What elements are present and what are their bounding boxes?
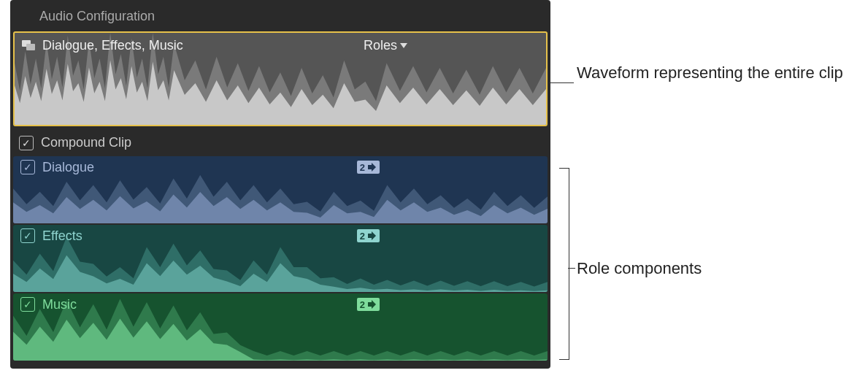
compound-clip-icon xyxy=(22,40,35,50)
channel-badge[interactable]: 2 xyxy=(357,229,380,242)
role-checkbox[interactable] xyxy=(20,160,35,174)
main-clip-title: Dialogue, Effects, Music xyxy=(42,38,183,53)
channel-count: 2 xyxy=(360,162,365,173)
role-label: Dialogue xyxy=(42,160,94,175)
section-title: Audio Configuration xyxy=(10,0,550,31)
role-label: Music xyxy=(42,297,77,312)
channel-count: 2 xyxy=(360,299,365,310)
role-track-dialogue[interactable]: Dialogue2 xyxy=(13,156,548,223)
speaker-icon xyxy=(368,163,377,172)
role-track-effects[interactable]: Effects2 xyxy=(13,225,548,292)
main-clip-row[interactable]: Dialogue, Effects, Music Roles xyxy=(13,31,548,126)
speaker-icon xyxy=(368,231,377,240)
annotation-bracket xyxy=(559,168,569,360)
role-track-music[interactable]: Music2 xyxy=(13,293,548,361)
roles-dropdown-label: Roles xyxy=(364,38,397,53)
channel-count: 2 xyxy=(360,231,365,242)
channel-badge[interactable]: 2 xyxy=(357,161,380,174)
roles-dropdown[interactable]: Roles xyxy=(364,38,407,53)
role-checkbox[interactable] xyxy=(20,297,35,312)
chevron-down-icon xyxy=(400,43,407,48)
role-components-stack: Dialogue2Effects2Music2 xyxy=(13,156,548,361)
role-label: Effects xyxy=(42,228,82,244)
speaker-icon xyxy=(368,300,377,309)
channel-badge[interactable]: 2 xyxy=(357,298,380,311)
role-checkbox[interactable] xyxy=(20,228,35,243)
compound-clip-row: Compound Clip xyxy=(10,126,550,156)
compound-clip-label: Compound Clip xyxy=(41,135,131,150)
audio-config-panel: Audio Configuration Dialogue, Effects, M… xyxy=(10,0,550,369)
annotation-waveform: Waveform representing the entire clip xyxy=(577,62,854,84)
annotation-roles: Role components xyxy=(577,258,702,280)
compound-clip-checkbox[interactable] xyxy=(19,136,34,150)
